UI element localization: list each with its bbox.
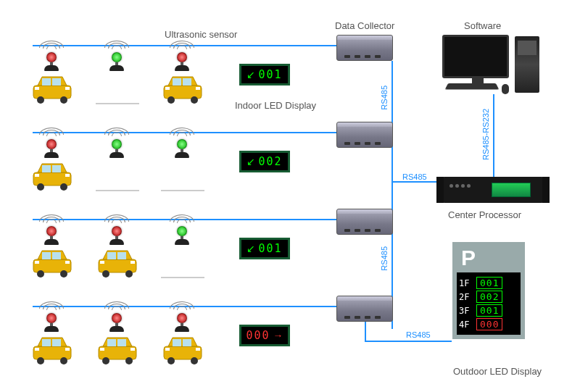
empty-slot (161, 190, 204, 191)
svg-rect-26 (35, 261, 39, 264)
svg-rect-6 (65, 87, 70, 90)
car-icon (94, 333, 141, 365)
svg-point-18 (60, 183, 67, 191)
svg-rect-40 (35, 348, 39, 351)
svg-point-24 (37, 270, 44, 278)
mouse-icon (502, 84, 509, 94)
floor-count: 001 (476, 277, 502, 289)
svg-point-32 (125, 270, 133, 278)
svg-rect-12 (165, 87, 170, 90)
svg-rect-43 (107, 339, 116, 346)
sensor-icon (174, 217, 190, 245)
svg-point-3 (37, 96, 44, 104)
software-label: Software (464, 20, 501, 31)
floor-count: 002 (476, 291, 502, 303)
outdoor-line: 1F001 (459, 277, 518, 289)
svg-rect-54 (165, 348, 170, 351)
led-value: 000 (246, 329, 270, 342)
svg-rect-13 (196, 87, 200, 90)
svg-point-45 (102, 357, 109, 364)
svg-point-17 (37, 183, 44, 191)
empty-slot (161, 277, 204, 278)
sensor-icon (109, 304, 125, 332)
wire-collector-bus (392, 61, 393, 329)
svg-point-31 (102, 270, 109, 278)
arrow-icon: ↙ (246, 69, 255, 80)
sensor-icon (174, 43, 190, 71)
floor-label: 4F (459, 320, 473, 330)
pc-tower-icon (515, 36, 539, 93)
svg-point-10 (167, 96, 175, 104)
svg-point-11 (191, 96, 198, 104)
car-icon (94, 246, 141, 278)
floor-count: 000 (476, 318, 502, 330)
outdoor-panel: 1F001 2F002 3F001 4F000 (457, 272, 521, 335)
svg-rect-27 (65, 261, 70, 264)
svg-rect-9 (183, 78, 191, 86)
rs485-label-1: RS485 (380, 86, 389, 110)
sensor-icon (44, 130, 59, 158)
center-processor-label: Center Processor (448, 209, 521, 220)
svg-rect-47 (100, 348, 104, 351)
svg-rect-1 (42, 78, 51, 86)
floor-label: 1F (459, 278, 473, 288)
rs485-label-3: RS485 (402, 172, 427, 181)
computer-icon (442, 35, 509, 78)
svg-rect-51 (183, 339, 191, 346)
sensor-icon (174, 130, 190, 158)
arrow-icon: → (273, 330, 283, 341)
sensor-icon (109, 217, 125, 245)
center-processor-icon (442, 177, 544, 203)
empty-slot (96, 103, 139, 104)
indoor-led-display-2: ↙ 002 (239, 151, 290, 172)
monitor-icon (442, 35, 509, 78)
sensor-icon (174, 304, 190, 332)
indoor-led-display-3: ↙ 001 (239, 238, 290, 259)
svg-rect-30 (117, 252, 126, 259)
empty-slot (96, 190, 139, 191)
parking-row-2: ↙ 002 (29, 130, 319, 210)
parking-row-4: 000 → (29, 304, 319, 384)
led-value: 002 (258, 155, 282, 168)
svg-rect-50 (173, 339, 181, 346)
parking-row-3: ↙ 001 (29, 217, 319, 297)
svg-rect-34 (130, 261, 135, 264)
outdoor-led-sign: P 1F001 2F002 3F001 4F000 (452, 242, 525, 339)
sensor-icon (44, 43, 59, 71)
car-icon (160, 333, 206, 365)
floor-label: 2F (459, 292, 473, 302)
svg-rect-8 (173, 78, 181, 86)
sensor-icon (44, 217, 59, 245)
wire-to-outdoor-v (365, 319, 366, 341)
svg-point-53 (191, 357, 198, 364)
parking-symbol: P (457, 246, 521, 272)
rs485-label-4: RS485 (406, 330, 431, 339)
svg-rect-29 (107, 252, 116, 259)
indoor-led-display-4: 000 → (239, 325, 290, 346)
svg-rect-19 (35, 174, 39, 177)
svg-rect-15 (42, 165, 51, 172)
svg-rect-22 (42, 252, 51, 259)
svg-rect-16 (52, 165, 61, 172)
wire-to-outdoor-h (365, 341, 452, 342)
car-icon (29, 333, 75, 365)
sensor-icon (44, 304, 59, 332)
rs485-232-label: RS485-RS232 (481, 109, 490, 160)
svg-point-52 (167, 357, 175, 364)
outdoor-led-label: Outdoor LED Display (453, 366, 542, 377)
svg-point-39 (60, 357, 67, 364)
floor-label: 3F (459, 306, 473, 316)
svg-rect-41 (65, 348, 70, 351)
svg-rect-36 (42, 339, 51, 346)
outdoor-line: 4F000 (459, 318, 518, 330)
ultrasonic-sensor-label: Ultrasonic sensor (165, 29, 237, 40)
data-collector-3 (336, 209, 393, 235)
svg-rect-33 (100, 261, 104, 264)
svg-rect-2 (52, 78, 61, 86)
svg-rect-5 (35, 87, 39, 90)
car-icon (29, 159, 75, 191)
svg-rect-55 (196, 348, 200, 351)
car-icon (29, 72, 75, 104)
indoor-led-display-1: ↙ 001 (239, 64, 290, 86)
arrow-icon: ↙ (246, 156, 255, 167)
